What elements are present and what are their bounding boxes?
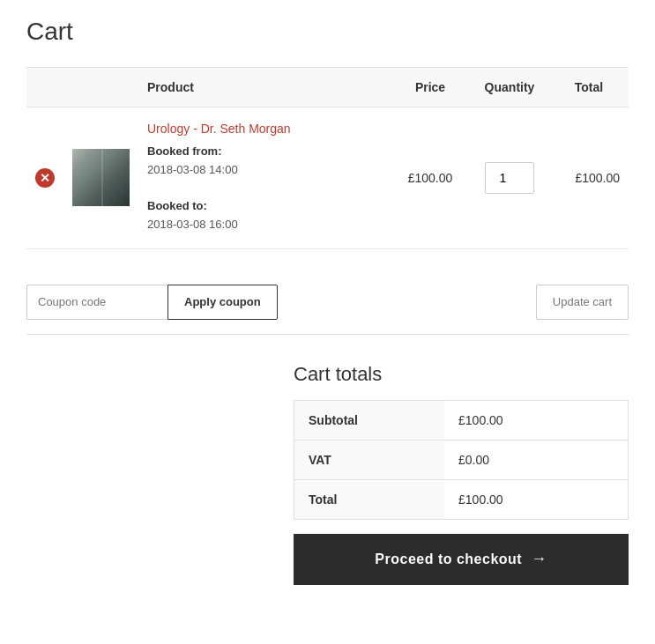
total-value: £100.00 (444, 479, 628, 519)
col-header-image (63, 68, 138, 107)
coupon-left: Apply coupon (26, 285, 278, 320)
booked-from-value: 2018-03-08 14:00 (147, 163, 238, 176)
checkout-label: Proceed to checkout (375, 551, 522, 567)
update-cart-button[interactable]: Update cart (536, 285, 629, 320)
col-header-remove (26, 68, 63, 107)
product-name-link[interactable]: Urology - Dr. Seth Morgan (147, 122, 382, 136)
col-header-product: Product (138, 68, 391, 107)
totals-table: Subtotal £100.00 VAT £0.00 Total £100.00 (294, 400, 629, 520)
cart-totals-section: Cart totals Subtotal £100.00 VAT £0.00 T… (26, 363, 629, 585)
checkout-arrow-icon: → (531, 550, 547, 568)
page-title: Cart (26, 18, 629, 46)
cart-totals-wrapper: Cart totals Subtotal £100.00 VAT £0.00 T… (294, 363, 629, 585)
product-quantity-cell (470, 107, 549, 249)
product-image-cell (63, 107, 138, 249)
coupon-input[interactable] (26, 285, 167, 320)
col-header-total: Total (549, 68, 629, 107)
product-details-cell: Urology - Dr. Seth Morgan Booked from: 2… (138, 107, 391, 249)
product-total: £100.00 (575, 171, 620, 185)
booked-to-label: Booked to: (147, 199, 207, 212)
product-meta: Booked from: 2018-03-08 14:00 Booked to:… (147, 143, 382, 234)
table-row: ✕ Urology - Dr. Seth Morgan Booked from:… (26, 107, 629, 249)
total-row: Total £100.00 (294, 479, 629, 519)
quantity-input[interactable] (485, 162, 534, 194)
col-header-quantity: Quantity (470, 68, 549, 107)
total-label: Total (294, 479, 445, 519)
col-header-price: Price (391, 68, 470, 107)
product-price-cell: £100.00 (391, 107, 470, 249)
product-total-cell: £100.00 (549, 107, 629, 249)
table-header-row: Product Price Quantity Total (26, 68, 629, 107)
vat-value: £0.00 (444, 440, 628, 479)
booked-to-value: 2018-03-08 16:00 (147, 218, 238, 231)
subtotal-value: £100.00 (444, 400, 628, 440)
booked-from-label: Booked from: (147, 144, 222, 158)
remove-item-button[interactable]: ✕ (35, 168, 55, 188)
remove-cell: ✕ (26, 107, 63, 249)
product-price: £100.00 (408, 171, 453, 185)
coupon-row: Apply coupon Update cart (26, 270, 629, 335)
vat-label: VAT (294, 440, 445, 479)
checkout-button[interactable]: Proceed to checkout → (294, 534, 629, 585)
subtotal-label: Subtotal (294, 400, 445, 440)
product-thumbnail (72, 149, 130, 206)
cart-totals-title: Cart totals (294, 363, 629, 386)
apply-coupon-button[interactable]: Apply coupon (167, 285, 278, 320)
subtotal-row: Subtotal £100.00 (294, 400, 629, 440)
product-image-inner (72, 149, 130, 206)
vat-row: VAT £0.00 (294, 440, 629, 479)
cart-table: Product Price Quantity Total ✕ Urology -… (26, 67, 629, 249)
